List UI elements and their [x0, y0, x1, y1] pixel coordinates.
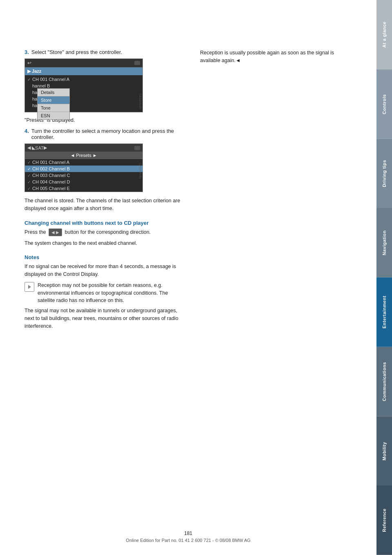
step4-row: 4. Turn the controller to select a memor… — [24, 128, 184, 140]
step4-text: Turn the controller to select a memory l… — [31, 128, 184, 140]
ch2-check: ✓ — [27, 167, 31, 171]
page-footer: 181 Online Edition for Part no. 01 41 2 … — [0, 530, 376, 543]
stored-note: The channel is stored. The channels of t… — [24, 197, 184, 213]
changing-channel-heading: Changing channel with buttons next to CD… — [24, 220, 184, 226]
screen2-cam — [134, 146, 140, 150]
right-column-text: Reception is usually possible again as s… — [200, 49, 355, 65]
screen2-prev: ◀ ◣ — [27, 145, 35, 150]
menu-store[interactable]: Store — [38, 96, 69, 104]
screen1-ch1: ✓ CH 001 Channel A — [25, 76, 143, 83]
screen2-sat: SAT — [35, 145, 44, 150]
sidebar-item-at-a-glance[interactable]: At a glance — [376, 0, 392, 69]
screen1-body: ✓ CH 001 Channel A hannel B hannel C han… — [25, 75, 143, 112]
screen2-ch5: ✓ CH 005 Channel E — [25, 185, 143, 192]
changing-channel-text2: The system changes to the next enabled c… — [24, 239, 184, 247]
screen1-active-channel: ▶ Jazz — [25, 67, 143, 75]
notes-heading: Notes — [24, 254, 184, 260]
menu-esn[interactable]: ESN — [38, 112, 69, 119]
screen2-mockup: ◀ ◣ SAT ▶ ◄ Presets ► ✓ CH 001 Channel A… — [24, 143, 143, 192]
page-number: 181 — [0, 530, 376, 536]
screen1-header: ↩ — [25, 59, 143, 67]
ch3-label: CH 003 Channel C — [32, 173, 70, 178]
ch4-check: ✓ — [27, 180, 31, 184]
sidebar-item-driving-tips[interactable]: Driving tips — [376, 139, 392, 208]
step3-text: Select "Store" and press the controller. — [31, 49, 122, 55]
ch5-label: CH 005 Channel E — [32, 186, 70, 191]
screen2-header: ◀ ◣ SAT ▶ — [25, 144, 143, 152]
back-icon: ↩ — [27, 60, 31, 66]
notes-text2: Reception may not be possible for certai… — [38, 282, 184, 304]
ch1-check: ✓ — [27, 160, 31, 165]
changing-channel-text1: Press the ◀ ▶ button for the correspondi… — [24, 228, 184, 236]
step3-row: 3. Select "Store" and press the controll… — [24, 49, 184, 55]
ch2-label: CH 002 Channel B — [32, 166, 70, 171]
ch4-label: CH 004 Channel D — [32, 179, 70, 184]
notes-text1: If no signal can be received for more th… — [24, 263, 184, 278]
menu-details[interactable]: Details — [38, 89, 69, 96]
screen2-ch4: ✓ CH 004 Channel D — [25, 179, 143, 185]
triangle-shape — [28, 285, 31, 289]
sidebar-item-reference[interactable]: Reference — [376, 486, 392, 555]
ch1-label: CH 001 Channel A — [32, 160, 69, 165]
ch3-check: ✓ — [27, 173, 31, 178]
screen2-ch1: ✓ CH 001 Channel A — [25, 159, 143, 166]
sidebar-item-entertainment[interactable]: Entertainment — [376, 278, 392, 347]
note-triangle-icon — [24, 282, 34, 292]
screen1-mockup: ↩ ▶ Jazz ✓ CH 001 Channel A hannel B han… — [24, 58, 143, 112]
screen2-ch3: ✓ CH 003 Channel C — [25, 172, 143, 179]
sidebar-item-communications[interactable]: Communications — [376, 347, 392, 416]
screen2-next: ▶ — [44, 145, 47, 150]
note-with-icon: Reception may not be possible for certai… — [24, 282, 184, 304]
screen1-menu-overlay: Details Store Tone ESN — [37, 88, 70, 120]
cam-icon — [134, 61, 140, 65]
screen2-ch2: ✓ CH 002 Channel B — [25, 166, 143, 172]
footer-copyright: Online Edition for Part no. 01 41 2 600 … — [0, 538, 376, 543]
menu-tone[interactable]: Tone — [38, 104, 69, 112]
screen1-watermark: CA1494V4N — [139, 94, 142, 110]
notes-text3: The signal may not be available in tunne… — [24, 307, 184, 330]
step4-number: 4. — [24, 128, 29, 140]
screen2-watermark: CA1494V4N — [139, 163, 142, 179]
right-column: Reception is usually possible again as s… — [200, 49, 355, 68]
sidebar-item-navigation[interactable]: Navigation — [376, 208, 392, 278]
page-container: At a glance Controls Driving tips Naviga… — [0, 0, 392, 555]
ch5-check: ✓ — [27, 186, 31, 191]
step3-number: 3. — [24, 49, 29, 55]
left-column: 3. Select "Store" and press the controll… — [24, 49, 184, 333]
sidebar-item-mobility[interactable]: Mobility — [376, 416, 392, 486]
screen2-presets: ◄ Presets ► — [25, 152, 143, 159]
sidebar-item-controls[interactable]: Controls — [376, 69, 392, 139]
sidebar: At a glance Controls Driving tips Naviga… — [376, 0, 392, 555]
